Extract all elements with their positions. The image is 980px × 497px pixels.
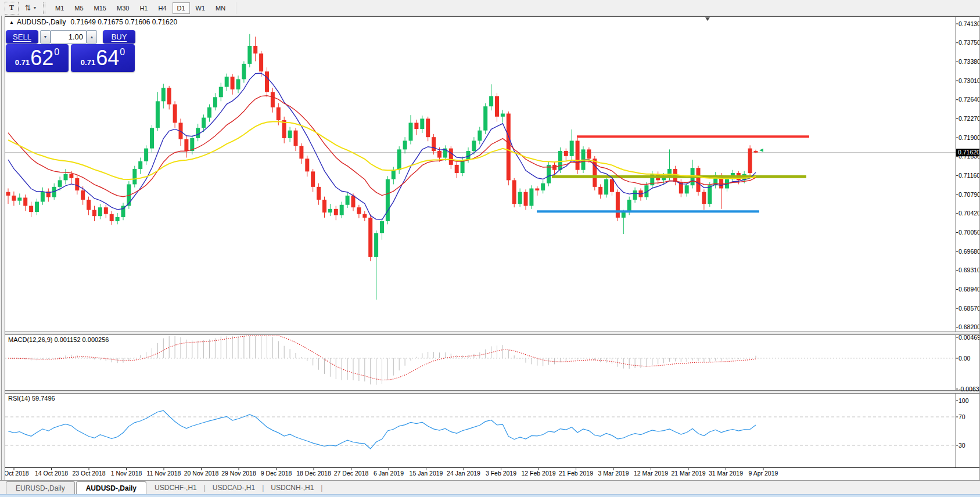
- candle-body: [259, 53, 263, 71]
- candle-body: [702, 192, 706, 204]
- candle-body: [403, 141, 407, 149]
- window-left-edge: [0, 16, 5, 497]
- candle-body: [328, 209, 332, 213]
- date-label: 29 Nov 2018: [221, 470, 256, 477]
- candle-body: [748, 149, 752, 173]
- buy-button[interactable]: BUY: [103, 30, 135, 44]
- candle-body: [420, 118, 424, 129]
- candle-body: [58, 180, 62, 186]
- timeframe-button-m15[interactable]: M15: [89, 2, 111, 14]
- candle-body: [507, 114, 511, 181]
- date-label: 3 Mar 2019: [598, 470, 629, 477]
- candle-body: [432, 137, 436, 151]
- timeframe-button-m1[interactable]: M1: [51, 2, 69, 14]
- candle-body: [570, 141, 574, 156]
- date-label: 12 Feb 2019: [522, 470, 556, 477]
- date-label: 12 Mar 2019: [634, 470, 668, 477]
- candle-body: [317, 187, 321, 200]
- toolbar-separator: [236, 2, 237, 14]
- date-label: 6 Jan 2019: [374, 470, 404, 477]
- price-axis-label: 0.73750: [959, 39, 980, 46]
- candle-body: [161, 88, 166, 101]
- candle-body: [478, 131, 482, 141]
- candle-body: [288, 131, 292, 138]
- chart-tab-eurusddaily[interactable]: EURUSD-,Daily: [6, 481, 75, 494]
- window-edge-strip: [0, 494, 980, 497]
- candle-body: [334, 209, 338, 215]
- volume-decrease-button[interactable]: ▼: [40, 30, 51, 44]
- chart-symbol-label: AUDUSD-,Daily: [17, 18, 66, 26]
- timeframe-button-h1[interactable]: H1: [135, 2, 152, 14]
- candle-body: [173, 105, 177, 123]
- candle-body: [414, 123, 418, 129]
- sell-button[interactable]: SELL: [6, 30, 38, 44]
- candle-body: [524, 192, 528, 206]
- candle-body: [156, 101, 160, 128]
- sell-price-sup: 0: [54, 47, 59, 57]
- macd-axis-label: -0.00639: [959, 386, 980, 392]
- candle-body: [598, 187, 602, 195]
- candle-body: [461, 160, 465, 173]
- timeframe-button-m5[interactable]: M5: [70, 2, 88, 14]
- timeframe-button-h4[interactable]: H4: [153, 2, 171, 14]
- candle-body: [17, 197, 21, 200]
- candle-body: [311, 171, 315, 186]
- chart-tab-usdchfh1[interactable]: USDCHF-,H1: [148, 482, 204, 494]
- candle-body: [604, 179, 608, 195]
- buy-price-main: 0.71: [81, 58, 95, 67]
- date-label: 14 Oct 2018: [35, 470, 68, 477]
- timeframe-button-mn[interactable]: MN: [211, 2, 230, 14]
- chart-tab-usdcadh1[interactable]: USDCAD-,H1: [206, 482, 262, 494]
- candle-body: [426, 118, 430, 137]
- toolbar-grip[interactable]: [43, 2, 45, 14]
- candle-body: [512, 180, 516, 204]
- chart-canvas[interactable]: 0.741300.737500.733800.730100.726400.722…: [5, 16, 980, 480]
- candle-body: [167, 88, 171, 104]
- date-label: 11 Nov 2018: [147, 470, 181, 477]
- candle-body: [397, 149, 401, 170]
- candle-body: [69, 174, 73, 178]
- date-label: 23 Oct 2018: [72, 470, 105, 477]
- candle-body: [225, 77, 229, 87]
- price-axis-label: 0.72640: [959, 96, 980, 103]
- buy-price-display[interactable]: 0.71 64 0: [71, 44, 135, 72]
- sell-price-display[interactable]: 0.71 62 0: [6, 44, 69, 72]
- arrows-icon: ⇅: [25, 3, 31, 12]
- macd-label: MACD(12,26,9) 0.001152 0.000256: [8, 336, 109, 343]
- candle-body: [207, 107, 211, 118]
- candle-body: [576, 141, 580, 170]
- date-label: 9 Dec 2018: [261, 470, 292, 477]
- timeframe-button-m30[interactable]: M30: [112, 2, 134, 14]
- rsi-axis-label: 30: [959, 442, 965, 449]
- chart-tab-usdcnhh1[interactable]: USDCNH-,H1: [264, 482, 321, 494]
- candle-body: [92, 210, 96, 217]
- chart-ohlc-title: ▲AUDUSD-,Daily0.71649 0.71675 0.71606 0.…: [9, 18, 177, 26]
- chart-toolbar: T ⇅ ▼ M1M5M15M30H1H4D1W1MN: [0, 0, 980, 16]
- date-label: 4 Oct 2018: [5, 470, 29, 477]
- candle-body: [541, 183, 545, 190]
- candle-body: [346, 196, 350, 205]
- candle-body: [265, 71, 269, 92]
- candle-body: [351, 196, 356, 207]
- collapse-triangle-icon[interactable]: ▲: [9, 20, 14, 25]
- timeframe-button-w1[interactable]: W1: [191, 2, 210, 14]
- date-label: 15 Jan 2019: [410, 470, 443, 477]
- volume-input[interactable]: [51, 30, 87, 44]
- chart-tab-audusddaily[interactable]: AUDUSD-,Daily: [76, 481, 146, 494]
- date-label: 24 Jan 2019: [447, 470, 480, 477]
- candle-body: [587, 149, 591, 159]
- candle-body: [35, 201, 39, 212]
- price-axis-label: 0.73380: [959, 58, 980, 65]
- candle-body: [144, 149, 148, 161]
- arrows-tool-button[interactable]: ⇅ ▼: [24, 2, 37, 14]
- text-tool-button[interactable]: T: [5, 2, 19, 15]
- date-label: 1 Nov 2018: [111, 470, 142, 477]
- candle-body: [12, 196, 16, 201]
- timeframe-button-d1[interactable]: D1: [173, 2, 190, 14]
- candle-body: [610, 179, 614, 192]
- volume-increase-button[interactable]: ▲: [87, 30, 97, 44]
- sell-price-main: 0.71: [15, 58, 30, 67]
- candle-body: [271, 92, 275, 107]
- candle-body: [98, 207, 102, 216]
- price-axis-label: 0.72270: [959, 115, 980, 122]
